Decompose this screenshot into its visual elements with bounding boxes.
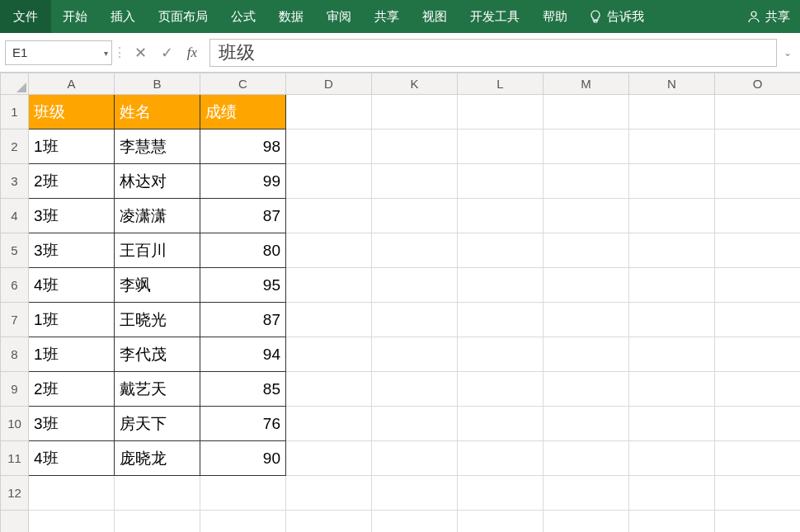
tab-share[interactable]: 共享: [363, 0, 411, 33]
cell[interactable]: [286, 199, 372, 233]
cell[interactable]: 99: [200, 164, 286, 199]
tab-file[interactable]: 文件: [0, 0, 51, 33]
confirm-button[interactable]: ✓: [153, 40, 180, 65]
cell[interactable]: [715, 233, 801, 268]
cell[interactable]: [458, 129, 544, 164]
cell[interactable]: [629, 372, 715, 407]
cell[interactable]: 成绩: [200, 95, 286, 129]
cell[interactable]: 王百川: [115, 233, 200, 268]
cell[interactable]: [115, 511, 200, 533]
cell[interactable]: [715, 95, 801, 129]
cell[interactable]: 林达对: [115, 164, 200, 199]
cell[interactable]: 98: [200, 129, 286, 164]
cell[interactable]: 4班: [29, 441, 115, 476]
col-header-M[interactable]: M: [544, 73, 629, 95]
cell[interactable]: [286, 129, 372, 164]
tab-help[interactable]: 帮助: [531, 0, 579, 33]
cell[interactable]: 1班: [29, 303, 115, 337]
share-button[interactable]: 共享: [737, 0, 800, 33]
row-header[interactable]: 6: [1, 268, 29, 303]
col-header-O[interactable]: O: [715, 73, 801, 95]
tab-data[interactable]: 数据: [267, 0, 315, 33]
cell[interactable]: [629, 233, 715, 268]
cell[interactable]: [29, 476, 115, 511]
row-header[interactable]: 11: [1, 441, 29, 476]
row-header[interactable]: 12: [1, 476, 29, 511]
expand-formula-bar-icon[interactable]: ⌄: [780, 47, 795, 59]
cell[interactable]: 房天下: [115, 407, 200, 441]
cell[interactable]: [286, 303, 372, 337]
col-header-B[interactable]: B: [115, 73, 200, 95]
cell[interactable]: 戴艺天: [115, 372, 200, 407]
cell[interactable]: [544, 303, 629, 337]
cell[interactable]: 90: [200, 441, 286, 476]
col-header-K[interactable]: K: [372, 73, 458, 95]
cell[interactable]: [544, 476, 629, 511]
cell[interactable]: 3班: [29, 199, 115, 233]
cell[interactable]: [200, 476, 286, 511]
row-header[interactable]: 5: [1, 233, 29, 268]
cell[interactable]: [544, 511, 629, 533]
cell[interactable]: [544, 129, 629, 164]
cell[interactable]: [629, 164, 715, 199]
row-header[interactable]: 9: [1, 372, 29, 407]
cell[interactable]: 李慧慧: [115, 129, 200, 164]
cell[interactable]: [715, 129, 801, 164]
tab-formulas[interactable]: 公式: [219, 0, 267, 33]
cell[interactable]: [115, 476, 200, 511]
row-header[interactable]: 3: [1, 164, 29, 199]
cell[interactable]: [544, 268, 629, 303]
tab-review[interactable]: 审阅: [315, 0, 363, 33]
cell[interactable]: [286, 233, 372, 268]
cell[interactable]: [286, 476, 372, 511]
cell[interactable]: 94: [200, 337, 286, 372]
name-box[interactable]: E1 ▾: [5, 40, 112, 65]
cell[interactable]: [372, 268, 458, 303]
cell[interactable]: [458, 441, 544, 476]
cell[interactable]: [372, 95, 458, 129]
cell[interactable]: [544, 233, 629, 268]
tab-developer[interactable]: 开发工具: [459, 0, 531, 33]
cell[interactable]: [286, 511, 372, 533]
cell[interactable]: [544, 337, 629, 372]
cell[interactable]: [715, 164, 801, 199]
row-header[interactable]: 8: [1, 337, 29, 372]
cell[interactable]: [458, 199, 544, 233]
cell[interactable]: [372, 129, 458, 164]
cell[interactable]: 李代茂: [115, 337, 200, 372]
cell[interactable]: [372, 199, 458, 233]
cell[interactable]: 95: [200, 268, 286, 303]
cell[interactable]: [544, 372, 629, 407]
cell[interactable]: [629, 303, 715, 337]
cell[interactable]: [715, 441, 801, 476]
row-header[interactable]: [1, 511, 29, 533]
cell[interactable]: [715, 407, 801, 441]
cell[interactable]: [200, 511, 286, 533]
cell[interactable]: [715, 268, 801, 303]
cell[interactable]: 凌潇潇: [115, 199, 200, 233]
cell[interactable]: [629, 337, 715, 372]
cell[interactable]: [544, 199, 629, 233]
cell[interactable]: [458, 407, 544, 441]
cell[interactable]: [629, 129, 715, 164]
cell[interactable]: [544, 441, 629, 476]
cell[interactable]: [286, 268, 372, 303]
col-header-D[interactable]: D: [286, 73, 372, 95]
col-header-A[interactable]: A: [29, 73, 115, 95]
cell[interactable]: [286, 95, 372, 129]
cell[interactable]: [29, 511, 115, 533]
cell[interactable]: [286, 164, 372, 199]
cell[interactable]: [372, 337, 458, 372]
cell[interactable]: 庞晓龙: [115, 441, 200, 476]
row-header[interactable]: 10: [1, 407, 29, 441]
cell[interactable]: [629, 407, 715, 441]
col-header-L[interactable]: L: [458, 73, 544, 95]
cell[interactable]: 3班: [29, 233, 115, 268]
cell[interactable]: [544, 95, 629, 129]
cell[interactable]: [629, 199, 715, 233]
cell[interactable]: [372, 303, 458, 337]
cell[interactable]: [715, 303, 801, 337]
cell[interactable]: [629, 476, 715, 511]
cell[interactable]: [372, 164, 458, 199]
cell[interactable]: [372, 233, 458, 268]
